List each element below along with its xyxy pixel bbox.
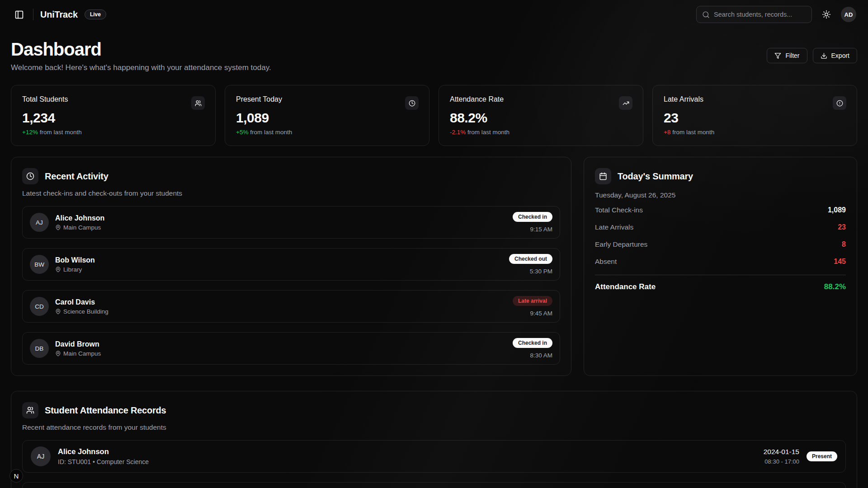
stat-title: Late Arrivals [664,95,846,103]
summary-footer: Attendance Rate 88.2% [595,276,846,291]
activity-row[interactable]: BW Bob Wilson Library Checked out 5:30 P… [22,248,560,281]
map-pin-icon [55,351,61,357]
header-divider [33,9,33,20]
summary-label: Absent [595,258,617,266]
activity-row[interactable]: CD Carol Davis Science Building Late arr… [22,290,560,323]
users-icon [22,402,38,418]
user-avatar[interactable]: AD [841,7,856,22]
avatar: CD [30,297,49,316]
stat-title: Present Today [236,95,418,103]
stat-title: Total Students [22,95,204,103]
page-head: Dashboard Welcome back! Here's what's ha… [11,39,857,72]
stat-change-delta: -2.1% [450,129,466,136]
export-button-label: Export [831,52,849,59]
trending-up-icon [619,96,632,110]
activity-time: 9:45 AM [513,310,552,317]
dev-indicator-badge[interactable]: N [9,469,23,483]
record-detail: ID: STU001 • Computer Science [58,458,149,465]
stat-card-late-arrivals: Late Arrivals 23 +8 from last month [652,85,857,146]
summary-label: Late Arrivals [595,223,633,231]
summary-divider [595,275,846,275]
stats-row: Total Students 1,234 +12% from last mont… [11,85,857,146]
export-button[interactable]: Export [813,48,857,63]
activity-location: Science Building [55,308,108,315]
download-icon [821,52,827,59]
stat-change-delta: +5% [236,129,248,136]
live-badge: Live [85,9,106,19]
clock-icon [405,96,419,110]
filter-button-label: Filter [785,52,799,59]
activity-location-label: Science Building [63,308,108,315]
map-pin-icon [55,309,61,314]
stat-title: Attendance Rate [450,95,632,103]
attendance-records-card: Student Attendance Records Recent attend… [11,391,857,488]
summary-label: Early Departures [595,240,647,249]
stat-change: +8 from last month [664,129,846,136]
activity-time: 5:30 PM [509,268,552,275]
record-info: Alice Johnson ID: STU001 • Computer Scie… [58,447,149,465]
map-pin-icon [55,225,61,230]
top-bar: UniTrack Live AD [0,0,868,29]
activity-location: Library [55,266,95,273]
search-box[interactable] [696,6,812,23]
records-title: Student Attendance Records [45,405,166,416]
recent-activity-subtitle: Latest check-ins and check-outs from you… [22,189,560,197]
status-badge: Checked in [513,338,552,348]
stat-change: +12% from last month [22,129,204,136]
summary-row: Early Departures 8 [595,236,846,253]
record-row[interactable]: AJ Alice Johnson ID: STU001 • Computer S… [22,440,846,473]
summary-footer-label: Attendance Rate [595,282,656,291]
stat-change: +5% from last month [236,129,418,136]
search-input[interactable] [714,11,806,18]
stat-value: 1,089 [236,110,418,126]
todays-summary-card: Today's Summary Tuesday, August 26, 2025… [584,157,857,376]
stat-value: 23 [664,110,846,126]
stat-change-suffix: from last month [670,129,714,136]
stat-value: 88.2% [450,110,632,126]
avatar: BW [30,255,49,274]
stat-change-suffix: from last month [248,129,292,136]
theme-toggle-button[interactable] [819,7,834,22]
summary-header: Today's Summary [595,168,846,184]
activity-meta: Checked in 9:15 AM [513,212,552,233]
summary-value: 8 [842,240,846,249]
panel-left-icon [14,10,24,19]
summary-row: Total Check-ins 1,089 [595,202,846,219]
app-title: UniTrack [40,9,78,20]
summary-title: Today's Summary [618,171,693,182]
record-row[interactable]: BW Bob Wilson 2024-01-15 Late [22,482,846,488]
activity-info: Alice Johnson Main Campus [55,214,104,231]
activity-info: Bob Wilson Library [55,256,95,273]
stat-card-present-today: Present Today 1,089 +5% from last month [225,85,429,146]
recent-activity-header: Recent Activity [22,168,560,184]
recent-activity-card: Recent Activity Latest check-ins and che… [11,157,571,376]
avatar: AJ [31,446,51,466]
record-meta: 2024-01-15 08:30 - 17:00 Present [764,448,837,465]
records-header: Student Attendance Records [22,402,846,418]
status-badge: Checked out [509,254,552,264]
map-pin-icon [55,267,61,272]
filter-button[interactable]: Filter [767,48,807,63]
summary-value: 1,089 [828,206,846,214]
record-date: 2024-01-15 [764,448,799,456]
summary-value: 145 [834,258,846,266]
sidebar-toggle-button[interactable] [12,7,26,22]
calendar-icon [595,168,611,184]
status-badge: Late arrival [513,296,552,306]
summary-row: Late Arrivals 23 [595,219,846,236]
record-list: AJ Alice Johnson ID: STU001 • Computer S… [22,440,846,488]
record-datetime: 2024-01-15 08:30 - 17:00 [764,448,799,465]
activity-location-label: Library [63,266,82,273]
activity-name: David Brown [55,340,101,348]
alert-circle-icon [833,96,846,110]
record-name: Alice Johnson [58,447,149,456]
page-actions: Filter Export [767,48,857,63]
activity-row[interactable]: DB David Brown Main Campus Checked in 8:… [22,332,560,365]
status-badge: Checked in [513,212,552,222]
activity-row[interactable]: AJ Alice Johnson Main Campus Checked in … [22,206,560,239]
record-time: 08:30 - 17:00 [764,458,799,465]
activity-name: Bob Wilson [55,256,95,264]
activity-location: Main Campus [55,224,104,231]
summary-row: Absent 145 [595,253,846,270]
activity-time: 9:15 AM [513,226,552,233]
